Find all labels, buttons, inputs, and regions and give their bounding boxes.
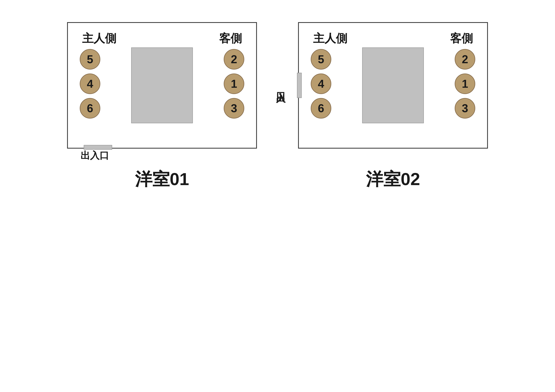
room02-seat-4: 4 <box>311 73 331 94</box>
room01-entrance-label: 出入口 <box>80 149 109 162</box>
room01-box: 主人側 客側 5 4 6 2 1 3 <box>67 22 257 149</box>
room02-seat-2: 2 <box>455 49 475 70</box>
room01-seat-6: 6 <box>80 98 100 119</box>
rooms-container: 主人側 客側 5 4 6 2 1 3 <box>67 22 488 191</box>
room02-wrapper: 主人側 客側 5 4 6 2 1 3 <box>298 22 488 191</box>
room01-guest-label: 客側 <box>219 31 242 46</box>
room01-host-label: 主人側 <box>82 31 116 46</box>
room01-seat-4: 4 <box>80 73 100 94</box>
room01-seat-1: 1 <box>224 73 244 94</box>
room01-seat-3: 3 <box>224 98 244 119</box>
room02-seat-3: 3 <box>455 98 475 119</box>
room02-seat-6: 6 <box>311 98 331 119</box>
room02-entrance <box>297 73 302 98</box>
room02-title: 洋室02 <box>366 168 420 191</box>
room01-entrance <box>84 145 112 150</box>
room02-seat-5: 5 <box>311 49 331 70</box>
room02-box: 主人側 客側 5 4 6 2 1 3 <box>298 22 488 149</box>
room01-seat-2: 2 <box>224 49 244 70</box>
room02-host-label: 主人側 <box>313 31 347 46</box>
room02-seat-1: 1 <box>455 73 475 94</box>
room01-wrapper: 主人側 客側 5 4 6 2 1 3 <box>67 22 257 191</box>
room01-title: 洋室01 <box>135 168 189 191</box>
room02-guest-label: 客側 <box>450 31 473 46</box>
room01-desk <box>131 47 193 123</box>
room02-desk <box>362 47 424 123</box>
room01-seat-5: 5 <box>80 49 100 70</box>
